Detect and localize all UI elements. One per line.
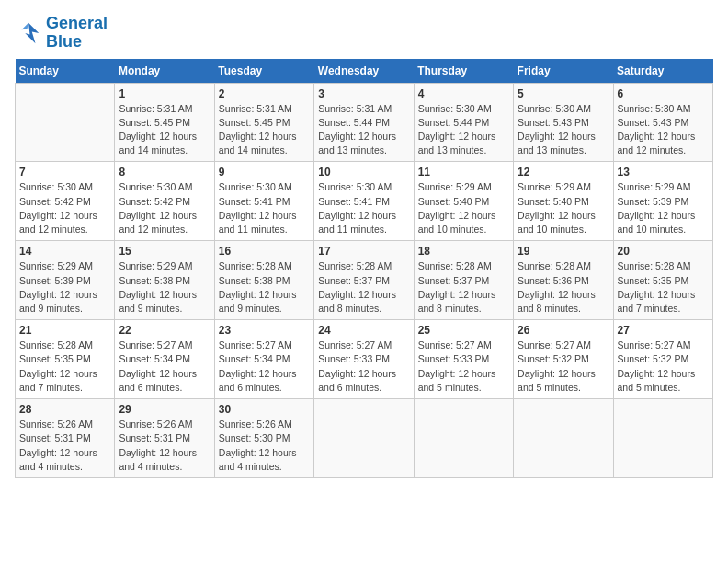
calendar-cell: 21Sunrise: 5:28 AM Sunset: 5:35 PM Dayli… bbox=[16, 320, 115, 399]
day-info: Sunrise: 5:28 AM Sunset: 5:37 PM Dayligh… bbox=[318, 259, 409, 316]
calendar-cell: 9Sunrise: 5:30 AM Sunset: 5:41 PM Daylig… bbox=[214, 162, 313, 241]
calendar-cell: 18Sunrise: 5:28 AM Sunset: 5:37 PM Dayli… bbox=[414, 241, 513, 320]
calendar-cell: 6Sunrise: 5:30 AM Sunset: 5:43 PM Daylig… bbox=[613, 83, 712, 162]
calendar-cell: 22Sunrise: 5:27 AM Sunset: 5:34 PM Dayli… bbox=[115, 320, 214, 399]
day-number: 30 bbox=[219, 403, 310, 416]
day-number: 6 bbox=[618, 87, 709, 100]
col-header-wednesday: Wednesday bbox=[314, 59, 414, 84]
calendar-cell: 14Sunrise: 5:29 AM Sunset: 5:39 PM Dayli… bbox=[16, 241, 115, 320]
day-number: 3 bbox=[318, 87, 409, 100]
day-number: 8 bbox=[119, 166, 210, 178]
logo-icon bbox=[15, 19, 42, 47]
calendar-cell: 2Sunrise: 5:31 AM Sunset: 5:45 PM Daylig… bbox=[214, 83, 313, 162]
day-number: 23 bbox=[219, 324, 310, 337]
day-info: Sunrise: 5:28 AM Sunset: 5:35 PM Dayligh… bbox=[618, 259, 709, 316]
calendar-cell: 25Sunrise: 5:27 AM Sunset: 5:33 PM Dayli… bbox=[414, 320, 513, 399]
day-info: Sunrise: 5:31 AM Sunset: 5:44 PM Dayligh… bbox=[318, 102, 409, 158]
day-info: Sunrise: 5:30 AM Sunset: 5:41 PM Dayligh… bbox=[219, 180, 310, 236]
calendar-cell: 24Sunrise: 5:27 AM Sunset: 5:33 PM Dayli… bbox=[314, 320, 414, 399]
day-info: Sunrise: 5:27 AM Sunset: 5:32 PM Dayligh… bbox=[518, 339, 609, 395]
day-number: 12 bbox=[518, 166, 609, 178]
calendar-cell: 28Sunrise: 5:26 AM Sunset: 5:31 PM Dayli… bbox=[16, 399, 115, 478]
col-header-monday: Monday bbox=[115, 59, 214, 84]
calendar-cell bbox=[16, 83, 115, 162]
day-number: 21 bbox=[19, 324, 110, 337]
day-number: 26 bbox=[518, 324, 609, 337]
day-number: 27 bbox=[618, 324, 709, 337]
day-info: Sunrise: 5:30 AM Sunset: 5:42 PM Dayligh… bbox=[19, 180, 110, 236]
calendar-cell: 5Sunrise: 5:30 AM Sunset: 5:43 PM Daylig… bbox=[514, 83, 613, 162]
day-info: Sunrise: 5:29 AM Sunset: 5:40 PM Dayligh… bbox=[418, 180, 509, 236]
day-number: 2 bbox=[219, 87, 310, 100]
day-info: Sunrise: 5:29 AM Sunset: 5:38 PM Dayligh… bbox=[119, 259, 210, 316]
calendar-cell bbox=[414, 399, 513, 478]
day-number: 10 bbox=[318, 166, 409, 178]
day-info: Sunrise: 5:30 AM Sunset: 5:43 PM Dayligh… bbox=[618, 102, 709, 158]
calendar-cell: 20Sunrise: 5:28 AM Sunset: 5:35 PM Dayli… bbox=[613, 241, 712, 320]
svg-marker-1 bbox=[22, 23, 29, 30]
day-info: Sunrise: 5:31 AM Sunset: 5:45 PM Dayligh… bbox=[119, 102, 210, 158]
day-info: Sunrise: 5:30 AM Sunset: 5:42 PM Dayligh… bbox=[119, 180, 210, 236]
day-info: Sunrise: 5:27 AM Sunset: 5:34 PM Dayligh… bbox=[219, 339, 310, 395]
day-number: 14 bbox=[19, 245, 110, 258]
week-row-4: 21Sunrise: 5:28 AM Sunset: 5:35 PM Dayli… bbox=[16, 320, 713, 399]
day-number: 19 bbox=[518, 245, 609, 258]
calendar-cell: 17Sunrise: 5:28 AM Sunset: 5:37 PM Dayli… bbox=[314, 241, 414, 320]
day-info: Sunrise: 5:29 AM Sunset: 5:39 PM Dayligh… bbox=[19, 259, 110, 316]
day-info: Sunrise: 5:28 AM Sunset: 5:38 PM Dayligh… bbox=[219, 259, 310, 316]
day-info: Sunrise: 5:27 AM Sunset: 5:32 PM Dayligh… bbox=[618, 339, 709, 395]
calendar-cell: 8Sunrise: 5:30 AM Sunset: 5:42 PM Daylig… bbox=[115, 162, 214, 241]
col-header-thursday: Thursday bbox=[414, 59, 513, 84]
day-number: 1 bbox=[119, 87, 210, 100]
day-info: Sunrise: 5:26 AM Sunset: 5:31 PM Dayligh… bbox=[119, 418, 210, 474]
day-number: 4 bbox=[418, 87, 509, 100]
day-number: 29 bbox=[119, 403, 210, 416]
calendar-cell: 30Sunrise: 5:26 AM Sunset: 5:30 PM Dayli… bbox=[214, 399, 313, 478]
day-number: 9 bbox=[219, 166, 310, 178]
calendar-cell: 1Sunrise: 5:31 AM Sunset: 5:45 PM Daylig… bbox=[115, 83, 214, 162]
day-number: 15 bbox=[119, 245, 210, 258]
col-header-friday: Friday bbox=[514, 59, 613, 84]
day-info: Sunrise: 5:26 AM Sunset: 5:30 PM Dayligh… bbox=[219, 418, 310, 474]
day-info: Sunrise: 5:28 AM Sunset: 5:37 PM Dayligh… bbox=[418, 259, 509, 316]
day-info: Sunrise: 5:31 AM Sunset: 5:45 PM Dayligh… bbox=[219, 102, 310, 158]
col-header-tuesday: Tuesday bbox=[214, 59, 313, 84]
calendar-table: SundayMondayTuesdayWednesdayThursdayFrid… bbox=[15, 59, 713, 478]
calendar-cell: 29Sunrise: 5:26 AM Sunset: 5:31 PM Dayli… bbox=[115, 399, 214, 478]
day-info: Sunrise: 5:26 AM Sunset: 5:31 PM Dayligh… bbox=[19, 418, 110, 474]
calendar-cell: 26Sunrise: 5:27 AM Sunset: 5:32 PM Dayli… bbox=[514, 320, 613, 399]
calendar-cell: 4Sunrise: 5:30 AM Sunset: 5:44 PM Daylig… bbox=[414, 83, 513, 162]
day-number: 5 bbox=[518, 87, 609, 100]
day-number: 17 bbox=[318, 245, 409, 258]
day-number: 22 bbox=[119, 324, 210, 337]
day-info: Sunrise: 5:29 AM Sunset: 5:40 PM Dayligh… bbox=[518, 180, 609, 236]
day-number: 24 bbox=[318, 324, 409, 337]
day-info: Sunrise: 5:27 AM Sunset: 5:33 PM Dayligh… bbox=[418, 339, 509, 395]
logo-text: General Blue bbox=[46, 15, 108, 52]
calendar-cell: 13Sunrise: 5:29 AM Sunset: 5:39 PM Dayli… bbox=[613, 162, 712, 241]
week-row-1: 1Sunrise: 5:31 AM Sunset: 5:45 PM Daylig… bbox=[16, 83, 713, 162]
calendar-cell: 15Sunrise: 5:29 AM Sunset: 5:38 PM Dayli… bbox=[115, 241, 214, 320]
week-row-5: 28Sunrise: 5:26 AM Sunset: 5:31 PM Dayli… bbox=[16, 399, 713, 478]
day-number: 13 bbox=[618, 166, 709, 178]
calendar-cell: 27Sunrise: 5:27 AM Sunset: 5:32 PM Dayli… bbox=[613, 320, 712, 399]
day-info: Sunrise: 5:28 AM Sunset: 5:35 PM Dayligh… bbox=[19, 339, 110, 395]
day-info: Sunrise: 5:30 AM Sunset: 5:44 PM Dayligh… bbox=[418, 102, 509, 158]
week-row-3: 14Sunrise: 5:29 AM Sunset: 5:39 PM Dayli… bbox=[16, 241, 713, 320]
col-header-saturday: Saturday bbox=[613, 59, 712, 84]
header-row: SundayMondayTuesdayWednesdayThursdayFrid… bbox=[16, 59, 713, 84]
day-number: 11 bbox=[418, 166, 509, 178]
day-info: Sunrise: 5:30 AM Sunset: 5:41 PM Dayligh… bbox=[318, 180, 409, 236]
calendar-cell: 16Sunrise: 5:28 AM Sunset: 5:38 PM Dayli… bbox=[214, 241, 313, 320]
calendar-cell: 19Sunrise: 5:28 AM Sunset: 5:36 PM Dayli… bbox=[514, 241, 613, 320]
day-info: Sunrise: 5:28 AM Sunset: 5:36 PM Dayligh… bbox=[518, 259, 609, 316]
calendar-cell: 10Sunrise: 5:30 AM Sunset: 5:41 PM Dayli… bbox=[314, 162, 414, 241]
day-number: 16 bbox=[219, 245, 310, 258]
day-number: 20 bbox=[618, 245, 709, 258]
calendar-cell bbox=[514, 399, 613, 478]
day-number: 18 bbox=[418, 245, 509, 258]
calendar-cell: 3Sunrise: 5:31 AM Sunset: 5:44 PM Daylig… bbox=[314, 83, 414, 162]
day-info: Sunrise: 5:27 AM Sunset: 5:34 PM Dayligh… bbox=[119, 339, 210, 395]
day-number: 25 bbox=[418, 324, 509, 337]
day-info: Sunrise: 5:29 AM Sunset: 5:39 PM Dayligh… bbox=[618, 180, 709, 236]
